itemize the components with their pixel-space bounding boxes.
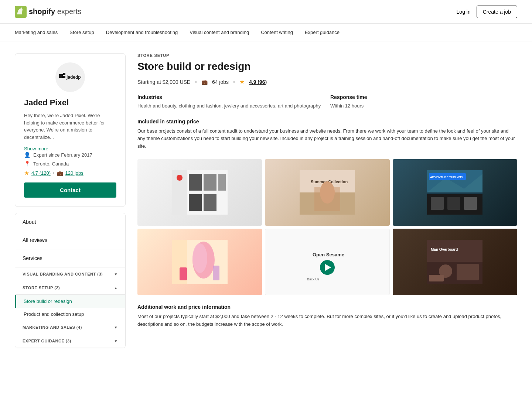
svg-point-30 <box>192 243 207 273</box>
svg-point-17 <box>320 181 335 204</box>
section-label-store-setup: STORE SETUP (2) <box>23 286 60 290</box>
svg-rect-1 <box>59 74 63 78</box>
service-title: Store build or redesign <box>137 61 517 72</box>
gallery-item-6[interactable]: Man Overboard <box>393 229 517 295</box>
sidebar-sub-product-and-collection-setup[interactable]: Product and collection setup <box>15 308 125 321</box>
gallery-item-2[interactable]: Summer Collection <box>265 159 389 226</box>
additional-label: Additional work and price information <box>137 304 517 310</box>
svg-point-12 <box>177 175 183 181</box>
response-time-section: Response time Within 12 hours <box>330 94 517 110</box>
section-header-visual-branding[interactable]: VISUAL BRANDING AND CONTENT (3)▼ <box>15 267 125 281</box>
industries-label: Industries <box>137 94 324 100</box>
nav-item-store-setup[interactable]: Store setup <box>69 30 94 35</box>
adventure-preview: ADVENTURE THIS WAY <box>427 170 482 215</box>
jobs-link[interactable]: 120 jobs <box>65 170 83 176</box>
rating-row: ★ 4.7 (120) • 💼 120 jobs <box>24 170 116 177</box>
service-rating[interactable]: 4.9 (96) <box>249 79 267 85</box>
jobs-icon: 💼 <box>201 79 208 85</box>
rating-star-icon: ★ <box>239 78 245 85</box>
nav-item-marketing[interactable]: Marketing and sales <box>15 30 58 35</box>
response-time-label: Response time <box>330 94 517 100</box>
profile-meta: 👤 Expert since February 2017 📍 Toronto, … <box>24 152 116 177</box>
header: shopify experts Log in Create a job <box>0 0 532 24</box>
svg-rect-41 <box>457 264 479 280</box>
nav-item-visual[interactable]: Visual content and branding <box>190 30 249 35</box>
section-header-store-setup[interactable]: STORE SETUP (2)▲ <box>15 281 125 295</box>
section-header-marketing-sales[interactable]: MARKETING AND SALES (4)▼ <box>15 321 125 334</box>
login-button[interactable]: Log in <box>457 9 471 15</box>
included-section: Included in starting price Our base proj… <box>137 119 517 150</box>
additional-text: Most of our projects typically start at … <box>137 313 517 328</box>
rating-link[interactable]: 4.7 (120) <box>31 170 51 176</box>
svg-rect-43 <box>429 275 444 281</box>
sidebar-sub-store-build-or-redesign[interactable]: Store build or redesign <box>15 295 125 308</box>
person-icon: 👤 <box>24 152 30 158</box>
service-meta: Starting at $2,000 USD • 💼 64 jobs • ★ 4… <box>137 78 517 85</box>
industries-text: Health and beauty, clothing and fashion,… <box>137 102 324 110</box>
svg-text:ADVENTURE THIS WAY: ADVENTURE THIS WAY <box>430 175 464 179</box>
jaded-pixel-logo-image: jadedpixel <box>59 73 81 82</box>
gallery-item-5[interactable]: Open Sesame Back Us <box>265 229 389 295</box>
gallery-item-4[interactable] <box>137 229 262 295</box>
sidebar-nav-services[interactable]: Services <box>15 249 125 267</box>
star-icon: ★ <box>24 170 29 177</box>
included-text: Our base projects consist of a full cont… <box>137 127 517 150</box>
chevron-down-icon: ▼ <box>114 325 118 329</box>
image-gallery: Summer Collection ADVENTURE THIS WAY <box>137 159 517 295</box>
nav-item-dev[interactable]: Development and troubleshooting <box>106 30 178 35</box>
sidebar-nav: AboutAll reviewsServicesVISUAL BRANDING … <box>15 213 126 348</box>
breadcrumb: STORE SETUP <box>137 53 517 58</box>
open-sesame-preview: Open Sesame Back Us <box>300 240 355 284</box>
section-label-marketing-sales: MARKETING AND SALES (4) <box>23 325 82 329</box>
shopify-logo-icon <box>15 6 27 18</box>
create-job-button[interactable]: Create a job <box>477 6 517 18</box>
jobs-count: 64 jobs <box>212 79 229 85</box>
svg-rect-8 <box>204 174 216 191</box>
sidebar-nav-about[interactable]: About <box>15 213 125 231</box>
gallery-item-3[interactable]: ADVENTURE THIS WAY <box>393 159 517 226</box>
gallery-item-1[interactable] <box>137 159 262 226</box>
section-header-expert-guidance[interactable]: EXPERT GUIDANCE (3)▼ <box>15 334 125 348</box>
logo[interactable]: shopify experts <box>15 6 81 18</box>
svg-text:Man Overboard: Man Overboard <box>431 247 458 252</box>
nav-item-expert[interactable]: Expert guidance <box>305 30 340 35</box>
profile-card: jadedpixel Jaded Pixel Hey there, we're … <box>15 53 126 207</box>
main-content: STORE SETUP Store build or redesign Star… <box>137 53 517 348</box>
svg-rect-25 <box>447 197 460 210</box>
location-info: 📍 Toronto, Canada <box>24 161 116 167</box>
sidebar-nav-reviews[interactable]: All reviews <box>15 231 125 249</box>
chevron-down-icon: ▼ <box>114 272 118 276</box>
man-overboard-preview: Man Overboard <box>427 240 482 284</box>
included-label: Included in starting price <box>137 119 517 124</box>
section-label-visual-branding: VISUAL BRANDING AND CONTENT (3) <box>23 272 103 276</box>
profile-bio: Hey there, we're Jaded Pixel. We're help… <box>24 112 116 141</box>
svg-rect-11 <box>218 174 226 191</box>
svg-text:jadedpixel: jadedpixel <box>66 75 81 80</box>
briefcase-icon: 💼 <box>57 170 63 176</box>
svg-rect-2 <box>63 73 65 75</box>
industries-section: Industries Health and beauty, clothing a… <box>137 94 324 110</box>
avatar: jadedpixel <box>55 62 85 92</box>
header-actions: Log in Create a job <box>457 6 517 18</box>
svg-rect-24 <box>431 197 444 210</box>
location-icon: 📍 <box>24 161 30 167</box>
additional-section: Additional work and price information Mo… <box>137 304 517 328</box>
svg-rect-3 <box>63 76 65 78</box>
svg-text:Back Us: Back Us <box>307 277 320 281</box>
contact-button[interactable]: Contact <box>24 182 116 198</box>
fashion-preview <box>172 170 228 215</box>
svg-rect-26 <box>464 197 477 210</box>
svg-rect-9 <box>189 194 202 211</box>
chevron-down-icon: ▼ <box>114 339 118 343</box>
svg-rect-31 <box>180 267 187 280</box>
logo-text: shopify experts <box>29 7 81 16</box>
main-nav: Marketing and salesStore setupDevelopmen… <box>0 24 532 41</box>
response-time-text: Within 12 hours <box>330 102 517 110</box>
show-more-link[interactable]: Show more <box>24 146 48 151</box>
sidebar: jadedpixel Jaded Pixel Hey there, we're … <box>15 53 126 348</box>
chevron-up-icon: ▲ <box>114 286 118 290</box>
nav-item-content[interactable]: Content writing <box>261 30 293 35</box>
svg-rect-10 <box>204 194 216 211</box>
summer-preview: Summer Collection <box>300 170 355 215</box>
expert-since: 👤 Expert since February 2017 <box>24 152 116 158</box>
